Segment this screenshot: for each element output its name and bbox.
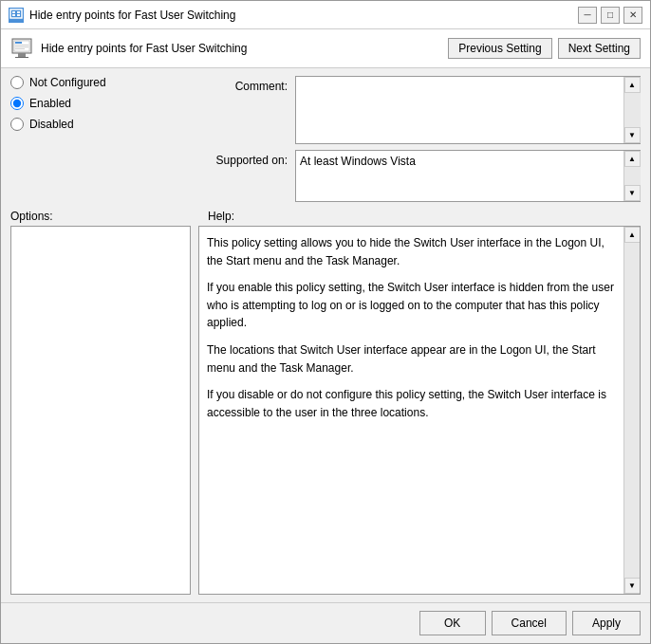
options-section-label: Options: — [10, 210, 53, 223]
help-p3: The locations that Switch User interface… — [207, 341, 616, 377]
help-scroll-down[interactable]: ▼ — [624, 578, 641, 594]
comment-label: Comment: — [200, 76, 295, 93]
section-labels-row: Options: Help: — [1, 206, 650, 226]
scroll-up-arrow[interactable]: ▲ — [624, 77, 641, 93]
next-setting-button[interactable]: Next Setting — [558, 38, 641, 59]
ok-button[interactable]: OK — [419, 611, 486, 635]
help-p1: This policy setting allows you to hide t… — [207, 234, 616, 269]
cancel-button[interactable]: Cancel — [492, 611, 567, 635]
help-section-label: Help: — [208, 210, 234, 223]
svg-rect-10 — [15, 48, 25, 49]
svg-rect-3 — [12, 14, 15, 16]
window-icon — [9, 8, 24, 23]
svg-rect-4 — [17, 14, 20, 16]
form-fields: Comment: ▲ ▼ Supported on: At least Wind… — [200, 76, 641, 202]
options-panel — [10, 226, 191, 595]
svg-rect-2 — [17, 11, 20, 13]
supported-scroll-down[interactable]: ▼ — [624, 185, 641, 201]
svg-rect-8 — [15, 45, 28, 46]
header-section: Hide entry points for Fast User Switchin… — [1, 29, 650, 68]
disabled-label: Disabled — [29, 118, 74, 131]
supported-label: Supported on: — [200, 150, 295, 167]
supported-value: At least Windows Vista — [296, 151, 623, 201]
enabled-option[interactable]: Enabled — [10, 97, 200, 110]
enabled-label: Enabled — [29, 97, 71, 110]
panels-row: This policy setting allows you to hide t… — [1, 226, 650, 602]
disabled-option[interactable]: Disabled — [10, 118, 200, 131]
header-left: Hide entry points for Fast User Switchin… — [10, 37, 247, 60]
previous-setting-button[interactable]: Previous Setting — [448, 38, 551, 59]
svg-rect-7 — [15, 42, 22, 44]
maximize-button[interactable]: □ — [601, 7, 620, 24]
comment-field-container: ▲ ▼ — [295, 76, 641, 144]
footer: OK Cancel Apply — [1, 602, 650, 643]
radio-group: Not Configured Enabled Disabled — [10, 76, 200, 131]
radio-group-container: Not Configured Enabled Disabled — [10, 76, 200, 202]
help-panel-container: This policy setting allows you to hide t… — [198, 226, 641, 595]
disabled-radio[interactable] — [10, 118, 24, 131]
minimize-button[interactable]: ─ — [578, 7, 597, 24]
header-buttons: Previous Setting Next Setting — [448, 38, 641, 59]
enabled-radio[interactable] — [10, 97, 24, 110]
svg-rect-0 — [10, 9, 22, 18]
policy-icon — [10, 37, 33, 60]
radio-form-section: Not Configured Enabled Disabled Comment: — [1, 68, 650, 206]
comment-row: Comment: ▲ ▼ — [200, 76, 641, 144]
not-configured-radio[interactable] — [10, 76, 24, 89]
window-title: Hide entry points for Fast User Switchin… — [29, 9, 235, 22]
help-scroll-track — [624, 243, 641, 578]
supported-scroll-up[interactable]: ▲ — [624, 151, 641, 167]
supported-scrollbar: ▲ ▼ — [623, 151, 640, 201]
not-configured-option[interactable]: Not Configured — [10, 76, 200, 89]
title-controls: ─ □ ✕ — [578, 7, 642, 24]
help-scroll-up[interactable]: ▲ — [624, 227, 641, 243]
main-window: Hide entry points for Fast User Switchin… — [0, 0, 651, 644]
title-bar-left: Hide entry points for Fast User Switchin… — [9, 8, 235, 23]
svg-rect-1 — [12, 11, 15, 13]
supported-scroll-track — [624, 167, 641, 185]
help-panel: This policy setting allows you to hide t… — [199, 227, 623, 594]
help-p2: If you enable this policy setting, the S… — [207, 279, 616, 332]
header-title: Hide entry points for Fast User Switchin… — [41, 42, 247, 55]
scroll-track — [624, 93, 641, 127]
help-scrollbar: ▲ ▼ — [623, 227, 640, 594]
supported-row: Supported on: At least Windows Vista ▲ ▼ — [200, 150, 641, 202]
help-label-container: Help: — [200, 210, 641, 223]
supported-field-container: At least Windows Vista ▲ ▼ — [295, 150, 641, 202]
help-p4: If you disable or do not configure this … — [207, 386, 616, 421]
svg-rect-12 — [15, 57, 28, 58]
scroll-down-arrow[interactable]: ▼ — [624, 127, 641, 143]
comment-input[interactable] — [296, 77, 623, 143]
comment-scrollbar: ▲ ▼ — [623, 77, 640, 143]
title-bar: Hide entry points for Fast User Switchin… — [1, 1, 650, 29]
not-configured-label: Not Configured — [29, 76, 106, 89]
options-label-container: Options: — [10, 210, 200, 223]
close-button[interactable]: ✕ — [623, 7, 642, 24]
apply-button[interactable]: Apply — [572, 611, 641, 635]
svg-rect-9 — [15, 46, 28, 47]
